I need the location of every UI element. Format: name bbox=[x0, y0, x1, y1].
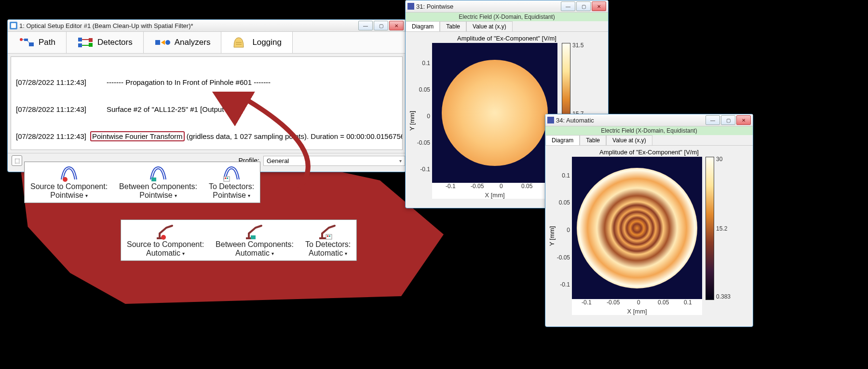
tab-analyzers-label: Analyzers bbox=[175, 38, 211, 47]
between-components-pointwise[interactable]: Between Components: Pointwise▾ bbox=[113, 163, 203, 202]
plot31-header: Electric Field (X-Domain, Equidistant) bbox=[406, 13, 608, 21]
robot-detector-icon bbox=[317, 223, 339, 240]
logging-icon bbox=[232, 37, 248, 48]
editor-title: 1: Optical Setup Editor #1 (Beam Clean-U… bbox=[17, 22, 358, 29]
source-to-component-automatic[interactable]: Source to Component: Automatic▾ bbox=[121, 221, 210, 260]
arrow-annotation bbox=[203, 92, 357, 203]
minimize-button[interactable]: — bbox=[705, 115, 720, 125]
tab-table[interactable]: Table bbox=[580, 135, 606, 145]
svg-rect-6 bbox=[89, 38, 93, 42]
plot31-title: 31: Pointwise bbox=[414, 3, 561, 10]
source-to-component-pointwise[interactable]: Source to Component: Pointwise▾ bbox=[25, 163, 113, 202]
svg-rect-7 bbox=[78, 43, 82, 47]
cell-sub[interactable]: Automatic▾ bbox=[146, 249, 185, 258]
svg-marker-12 bbox=[161, 40, 165, 45]
svg-point-0 bbox=[20, 38, 23, 41]
minimize-button[interactable]: — bbox=[561, 1, 575, 11]
robot-between-icon bbox=[244, 223, 265, 240]
tab-logging-label: Logging bbox=[252, 38, 282, 47]
plot34-tabs: Diagram Table Value at (x,y) bbox=[545, 135, 753, 146]
svg-point-13 bbox=[165, 40, 170, 45]
app-icon bbox=[10, 22, 17, 29]
ft-source-icon bbox=[58, 165, 80, 182]
plot31-xlabel: X [mm] bbox=[432, 191, 557, 199]
svg-line-4 bbox=[27, 41, 30, 43]
svg-rect-28 bbox=[329, 235, 330, 237]
plot34-title: 34: Automatic bbox=[554, 117, 705, 124]
plot31-chart[interactable]: -0.1 -0.05 0 0.05 X [mm] bbox=[432, 43, 557, 199]
cell-sub[interactable]: Pointwise▾ bbox=[50, 191, 87, 200]
plot34-window: 34: Automatic — ▢ ✕ Electric Field (X-Do… bbox=[545, 114, 753, 327]
svg-rect-25 bbox=[319, 237, 326, 239]
cell-label: To Detectors: bbox=[305, 240, 351, 249]
to-detectors-automatic[interactable]: To Detectors: Automatic▾ bbox=[299, 221, 356, 260]
cell-sub[interactable]: Pointwise▾ bbox=[139, 191, 176, 200]
dropdown-caret-icon[interactable]: ▾ bbox=[399, 158, 402, 164]
log-ts: [07/28/2022 11:12:43] bbox=[16, 132, 86, 141]
plot31-chart-title: Amplitude of "Ex-Component" [V/m] bbox=[406, 32, 608, 43]
plot34-ylabel: Y [mm] bbox=[548, 226, 556, 246]
plot34-chart[interactable]: -0.1 -0.05 0 0.05 0.1 X [mm] bbox=[572, 157, 702, 315]
plot31-ylabel: Y [mm] bbox=[408, 111, 416, 131]
plot34-titlebar[interactable]: 34: Automatic — ▢ ✕ bbox=[545, 114, 753, 126]
tab-logging[interactable]: Logging bbox=[221, 32, 293, 53]
cell-label: Between Components: bbox=[119, 182, 197, 191]
svg-rect-27 bbox=[327, 235, 328, 237]
close-button[interactable]: ✕ bbox=[389, 21, 404, 30]
plot-icon bbox=[407, 3, 414, 10]
plot34-colorbar: 30 15.2 0.383 bbox=[705, 157, 732, 300]
plot34-chart-title: Amplitude of "Ex-Component" [V/m] bbox=[545, 146, 753, 157]
log-msg: ------- Propagation to In Front of Pinho… bbox=[107, 78, 397, 87]
tab-detectors[interactable]: Detectors bbox=[67, 32, 144, 53]
tab-diagram[interactable]: Diagram bbox=[545, 135, 580, 145]
plot34-header: Electric Field (X-Domain, Equidistant) bbox=[545, 126, 753, 135]
maximize-button[interactable]: ▢ bbox=[374, 21, 388, 30]
analyzers-icon bbox=[154, 37, 171, 48]
cube-3d-icon[interactable]: ⬚ bbox=[12, 155, 22, 166]
close-button[interactable]: ✕ bbox=[736, 115, 751, 125]
maximize-button[interactable]: ▢ bbox=[576, 1, 591, 11]
cell-sub[interactable]: Automatic▾ bbox=[235, 249, 274, 258]
detectors-icon bbox=[77, 37, 94, 48]
maximize-button[interactable]: ▢ bbox=[721, 115, 735, 125]
editor-toolbar: Path Detectors Analyzers Logging bbox=[8, 32, 406, 54]
cell-label: Between Components: bbox=[216, 240, 294, 249]
automatic-strip: Source to Component: Automatic▾ Between … bbox=[121, 219, 357, 261]
svg-rect-24 bbox=[251, 235, 256, 239]
tab-value-at[interactable]: Value at (x,y) bbox=[466, 21, 513, 31]
tab-analyzers[interactable]: Analyzers bbox=[144, 32, 222, 53]
plot34-xlabel: X [mm] bbox=[572, 308, 702, 315]
tab-value-at[interactable]: Value at (x,y) bbox=[606, 135, 652, 145]
cell-sub[interactable]: Automatic▾ bbox=[309, 249, 347, 258]
minimize-button[interactable]: — bbox=[358, 21, 373, 30]
plot31-tabs: Diagram Table Value at (x,y) bbox=[406, 21, 608, 32]
svg-rect-17 bbox=[151, 178, 156, 181]
tab-diagram[interactable]: Diagram bbox=[406, 21, 440, 31]
svg-rect-11 bbox=[155, 40, 160, 45]
tab-table[interactable]: Table bbox=[440, 21, 466, 31]
log-ts: [07/28/2022 11:12:43] bbox=[16, 105, 103, 114]
cell-label: Source to Component: bbox=[127, 240, 204, 249]
editor-titlebar[interactable]: 1: Optical Setup Editor #1 (Beam Clean-U… bbox=[8, 20, 406, 32]
caret-icon: ▾ bbox=[345, 251, 347, 256]
robot-source-icon bbox=[155, 223, 176, 240]
svg-point-16 bbox=[63, 177, 68, 182]
tab-path-label: Path bbox=[39, 38, 55, 47]
path-icon bbox=[18, 37, 35, 48]
caret-icon: ▾ bbox=[175, 193, 177, 198]
tab-detectors-label: Detectors bbox=[97, 38, 133, 47]
log-ts: [07/28/2022 11:12:43] bbox=[16, 78, 103, 87]
caret-icon: ▾ bbox=[182, 251, 185, 256]
between-components-automatic[interactable]: Between Components: Automatic▾ bbox=[210, 221, 299, 260]
highlight-1: Pointwise Fourier Transform bbox=[90, 131, 185, 141]
close-button[interactable]: ✕ bbox=[592, 1, 606, 11]
tab-path[interactable]: Path bbox=[8, 32, 67, 53]
caret-icon: ▾ bbox=[85, 193, 88, 198]
svg-point-22 bbox=[161, 235, 166, 240]
svg-rect-8 bbox=[89, 43, 93, 47]
plot31-titlebar[interactable]: 31: Pointwise — ▢ ✕ bbox=[406, 0, 608, 13]
ft-between-icon bbox=[148, 165, 169, 182]
caret-icon: ▾ bbox=[271, 251, 274, 256]
cell-label: Source to Component: bbox=[30, 182, 108, 191]
plot-icon bbox=[547, 117, 554, 123]
